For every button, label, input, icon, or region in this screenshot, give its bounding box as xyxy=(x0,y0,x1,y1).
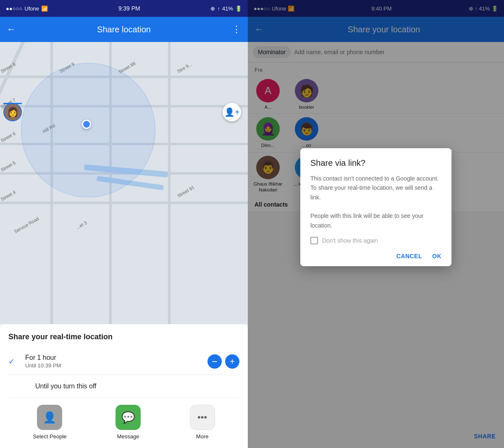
share-actions: 👤 Select People 💬 Message ••• More xyxy=(8,398,239,448)
map-label-street5: Street 5 xyxy=(0,160,16,173)
dialog-overlay: Share via link? This contact isn't conne… xyxy=(248,0,504,448)
map-label-street4: Street 4 xyxy=(0,189,16,202)
left-carrier: Ufone xyxy=(24,5,39,12)
dialog-body-1: This contact isn't connected to a Google… xyxy=(310,175,438,201)
dialog-ok-button[interactable]: OK xyxy=(432,253,441,259)
left-carrier-info: ●●○○○ Ufone 📶 xyxy=(6,5,48,12)
dont-show-label: Don't show this again xyxy=(322,237,378,244)
add-person-button[interactable]: 👤+ xyxy=(223,103,241,121)
avatar-face: 👩 xyxy=(4,104,21,121)
left-back-button[interactable]: ← xyxy=(7,24,16,35)
option-indefinite[interactable]: Until you turn this off xyxy=(8,375,239,398)
map-label-street6: Street 6 xyxy=(0,131,16,143)
message-action[interactable]: 💬 Message xyxy=(116,405,141,440)
more-label: More xyxy=(196,433,209,440)
select-people-action[interactable]: 👤 Select People xyxy=(33,405,66,440)
bottom-sheet: Share your real-time location ✓ For 1 ho… xyxy=(0,324,248,448)
left-header: ← Share location ⋮ xyxy=(0,17,248,42)
more-icon: ••• xyxy=(197,412,207,423)
left-panel: ●●○○○ Ufone 📶 9:39 PM ⊕ ↑ 41% 🔋 ← Share … xyxy=(0,0,248,448)
message-icon-bg: 💬 xyxy=(116,405,141,430)
bottom-sheet-title: Share your real-time location xyxy=(8,333,239,341)
road-v3 xyxy=(168,42,171,324)
map-label-street91: Street 91 xyxy=(176,185,195,199)
dialog-actions: CANCEL OK xyxy=(310,253,441,259)
left-signal-dots: ●●○○○ xyxy=(6,5,22,12)
option-1-main: For 1 hour xyxy=(25,354,201,362)
option-1-text: For 1 hour Until 10:39 PM xyxy=(25,354,201,369)
more-icon-bg: ••• xyxy=(190,405,215,430)
message-icon: 💬 xyxy=(121,411,135,424)
left-right-status: ⊕ ↑ 41% 🔋 xyxy=(210,5,242,12)
dialog-checkbox-row[interactable]: Don't show this again xyxy=(310,237,441,244)
left-arrow-icon: ↑ xyxy=(217,5,220,12)
location-pin xyxy=(82,120,94,131)
option-1-hour[interactable]: ✓ For 1 hour Until 10:39 PM − + xyxy=(8,348,239,375)
user-avatar-on-map: 👩 xyxy=(3,103,22,121)
more-action[interactable]: ••• More xyxy=(190,405,215,440)
left-battery: 41% xyxy=(222,5,233,12)
option-1-controls: − + xyxy=(207,354,239,369)
person-icon: 👤 xyxy=(43,411,56,424)
left-location-icon: ⊕ xyxy=(210,5,215,12)
map-label-street3: ...et 3 xyxy=(75,220,88,230)
option-indefinite-text: Until you turn this off xyxy=(35,383,97,390)
option-1-sub: Until 10:39 PM xyxy=(25,362,201,369)
decrease-time-button[interactable]: − xyxy=(207,354,222,369)
check-icon: ✓ xyxy=(8,357,18,366)
share-via-link-dialog: Share via link? This contact isn't conne… xyxy=(300,148,452,266)
right-panel: ●●●○○ Ufone 📶 9:40 PM ⊕ ↑ 41% 🔋 ← Share … xyxy=(248,0,504,448)
pin-circle xyxy=(82,120,91,129)
increase-time-button[interactable]: + xyxy=(225,354,239,369)
left-more-button[interactable]: ⋮ xyxy=(232,24,241,35)
left-map-area[interactable]: Street 8 Street 9 Street 88 Stre 9... St… xyxy=(0,42,248,324)
dialog-body-2: People with this link will be able to se… xyxy=(310,212,423,228)
message-label: Message xyxy=(117,433,139,440)
add-person-icon: 👤+ xyxy=(224,107,240,117)
map-label-service-road: Service Road xyxy=(13,216,39,234)
left-status-bar: ●●○○○ Ufone 📶 9:39 PM ⊕ ↑ 41% 🔋 xyxy=(0,0,248,17)
left-wifi-icon: 📶 xyxy=(41,5,48,12)
map-label-street90: Stre 9... xyxy=(176,61,193,74)
left-battery-icon: 🔋 xyxy=(235,5,242,12)
left-time: 9:39 PM xyxy=(118,5,140,12)
road-h5 xyxy=(0,202,248,204)
dialog-body: This contact isn't connected to a Google… xyxy=(310,174,441,230)
left-header-title: Share location xyxy=(24,25,223,34)
select-people-label: Select People xyxy=(33,433,66,440)
select-people-icon: 👤 xyxy=(37,405,62,430)
avatar-tab-underline xyxy=(3,103,22,104)
dont-show-checkbox[interactable] xyxy=(310,237,318,244)
dialog-cancel-button[interactable]: CANCEL xyxy=(396,253,422,259)
dialog-title: Share via link? xyxy=(310,158,441,168)
